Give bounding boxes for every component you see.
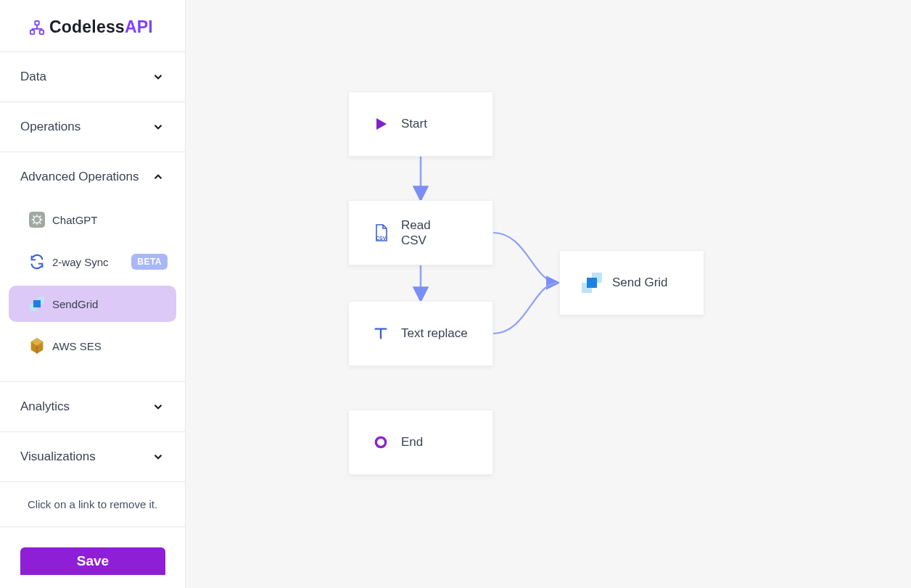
sidebar-item-label: 2-way Sync xyxy=(52,256,109,268)
svg-rect-2 xyxy=(40,30,44,33)
chatgpt-icon xyxy=(29,212,45,228)
node-label: Text replace xyxy=(401,326,468,341)
svg-rect-0 xyxy=(35,20,39,24)
sidebar-section-data: Data xyxy=(0,52,185,102)
section-header-operations[interactable]: Operations xyxy=(0,102,185,152)
chevron-down-icon xyxy=(152,400,165,413)
svg-rect-3 xyxy=(29,212,45,228)
logo-text: CodelessAPI xyxy=(49,17,153,37)
flow-node-send-grid[interactable]: Send Grid xyxy=(559,250,704,315)
sidebar-item-label: SendGrid xyxy=(52,298,98,310)
section-label: Analytics xyxy=(20,399,70,414)
section-label: Visualizations xyxy=(20,450,96,464)
sidebar-section-analytics: Analytics xyxy=(0,382,185,432)
chevron-up-icon xyxy=(152,170,165,183)
section-header-advanced[interactable]: Advanced Operations xyxy=(0,152,185,202)
sendgrid-icon xyxy=(582,272,602,294)
aws-ses-icon xyxy=(29,338,45,354)
sidebar-section-operations: Operations xyxy=(0,102,185,152)
sidebar-item-2way-sync[interactable]: 2-way Sync BETA xyxy=(9,244,176,280)
text-icon xyxy=(371,326,391,341)
section-header-analytics[interactable]: Analytics xyxy=(0,382,185,431)
logo[interactable]: CodelessAPI xyxy=(0,0,185,52)
section-label: Advanced Operations xyxy=(20,170,139,184)
hint-text: Click on a link to remove it. xyxy=(0,482,185,527)
save-wrap: Save xyxy=(0,527,185,584)
section-label: Data xyxy=(20,70,46,84)
sidebar-section-advanced: Advanced Operations ChatGPT 2-way Sync B… xyxy=(0,152,185,382)
beta-badge: BETA xyxy=(131,254,168,270)
node-label: Read CSV xyxy=(401,218,445,249)
sendgrid-icon xyxy=(29,296,45,312)
chevron-down-icon xyxy=(152,120,165,133)
svg-text:CSV: CSV xyxy=(376,236,387,241)
sidebar-item-aws-ses[interactable]: AWS SES xyxy=(9,328,176,364)
flow-node-text-replace[interactable]: Text replace xyxy=(348,301,493,366)
flow-node-end[interactable]: End xyxy=(348,410,493,475)
save-button[interactable]: Save xyxy=(20,547,165,575)
node-label: Start xyxy=(401,116,427,131)
sidebar-item-chatgpt[interactable]: ChatGPT xyxy=(9,202,176,238)
section-label: Operations xyxy=(20,120,81,134)
svg-rect-1 xyxy=(30,30,35,33)
end-circle-icon xyxy=(371,435,391,450)
flow-node-read-csv[interactable]: CSV Read CSV xyxy=(348,200,493,265)
section-header-data[interactable]: Data xyxy=(0,52,185,102)
sidebar-section-visualizations: Visualizations xyxy=(0,432,185,482)
sidebar-item-label: ChatGPT xyxy=(52,214,98,226)
sidebar-item-sendgrid[interactable]: SendGrid xyxy=(9,286,176,322)
svg-rect-7 xyxy=(33,300,41,307)
flow-canvas[interactable]: Start CSV Read CSV Text replace Send Gri… xyxy=(186,0,911,588)
svg-point-14 xyxy=(376,437,385,447)
csv-file-icon: CSV xyxy=(371,223,391,242)
flow-node-start[interactable]: Start xyxy=(348,91,493,157)
sidebar-item-label: AWS SES xyxy=(52,340,102,352)
sitemap-icon xyxy=(29,20,45,36)
section-header-visualizations[interactable]: Visualizations xyxy=(0,432,185,481)
sync-icon xyxy=(29,254,45,270)
chevron-down-icon xyxy=(152,70,165,83)
advanced-subitems: ChatGPT 2-way Sync BETA SendGrid AWS xyxy=(0,202,185,381)
node-label: End xyxy=(401,434,423,450)
sidebar: CodelessAPI Data Operations Advanced Ope… xyxy=(0,0,186,588)
svg-rect-13 xyxy=(587,278,597,288)
flow-connectors xyxy=(186,0,911,588)
node-label: Send Grid xyxy=(612,275,668,290)
play-icon xyxy=(371,115,391,133)
chevron-down-icon xyxy=(152,450,165,463)
